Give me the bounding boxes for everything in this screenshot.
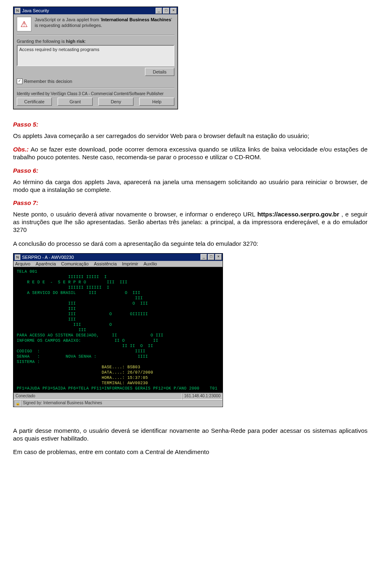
terminal-window: N SERPRO - A - AWV00230 _ □ × Arquivo Ap… [13, 253, 223, 407]
titlebar[interactable]: N Java Security _ □ × [13, 7, 178, 14]
certificate-button[interactable]: Certificate [17, 98, 52, 106]
final2-text: Em caso de problemas, entre em contato c… [13, 448, 368, 456]
terminal-title: SERPRO - A - AWV00230 [22, 255, 200, 260]
screen-footer: PF1=AJUDA PF3=SAIDA PF6=TELA PF11=INFORM… [17, 386, 217, 391]
obs-label: Obs.: [13, 146, 29, 153]
signed-by: Signed by: International Business Machin… [21, 400, 223, 407]
terminal-maximize-button[interactable]: □ [208, 254, 214, 260]
final1-text: A partir desse momento, o usuário deverá… [13, 427, 368, 442]
grant-prefix: Granting the following is [17, 39, 66, 44]
terminal-signedbar: 🔒 Signed by: International Business Mach… [13, 400, 223, 407]
grant-suffix: : [85, 39, 86, 44]
screen-yellow: BASE....: BSB03 DATA....: 26/07/2000 HOR… [17, 365, 153, 385]
passo5-text: Os applets Java começarão a ser carregad… [13, 132, 368, 140]
terminal-screen[interactable]: TELA 001 IIIIII IIIII I R E D E - S E R … [13, 267, 223, 393]
grant-bold: high risk [66, 39, 85, 44]
maximize-button[interactable]: □ [163, 8, 169, 14]
passo7-url: https://acesso.serpro.gov.br [257, 211, 339, 218]
access-list: Access required by netcasting programs [17, 45, 174, 66]
status-left: Conectado [13, 393, 182, 400]
menu-assistencia[interactable]: Assistência [94, 261, 117, 266]
warning-icon: ⚠ [17, 17, 31, 31]
grant-button[interactable]: Grant [58, 98, 93, 106]
window-title: Java Security [22, 8, 156, 13]
conclusao-text: A conclusão do processo se dará com a ap… [13, 240, 368, 247]
obs-paragraph: Obs.: Ao se fazer este download, pode oc… [13, 145, 368, 161]
close-button[interactable]: × [170, 8, 177, 14]
menu-aparencia[interactable]: Aparência [36, 261, 56, 266]
menu-comunicacao[interactable]: Comunicação [61, 261, 89, 266]
terminal-app-icon: N [15, 254, 20, 260]
passo7-a: Neste ponto, o usuário deverá ativar nov… [13, 211, 257, 218]
msg-bold: International Business Machines [101, 17, 171, 22]
identity-verified: Identity verified by VeriSign Class 3 CA… [17, 91, 174, 96]
terminal-close-button[interactable]: × [215, 254, 222, 260]
grant-risk-line: Granting the following is high risk: [17, 39, 174, 44]
terminal-statusbar: Conectado 161.148.40.1:23000 [13, 393, 223, 400]
minimize-button[interactable]: _ [156, 8, 162, 14]
java-security-dialog: N Java Security _ □ × ⚠ JavaScript or a … [13, 7, 178, 109]
passo5-heading: Passo 5: [13, 121, 368, 128]
menu-imprimir[interactable]: Imprimir [122, 261, 138, 266]
remember-label: Remember this decision [24, 79, 72, 84]
lock-icon: 🔒 [14, 400, 21, 407]
remember-checkbox[interactable]: ✓ [17, 78, 22, 84]
status-right: 161.148.40.1:23000 [182, 393, 223, 400]
passo6-text: Ao término da carga dos applets Java, ap… [13, 178, 368, 194]
terminal-menubar: Arquivo Aparência Comunicação Assistênci… [13, 261, 223, 267]
terminal-titlebar[interactable]: N SERPRO - A - AWV00230 _ □ × [13, 254, 223, 261]
passo6-heading: Passo 6: [13, 167, 368, 174]
menu-arquivo[interactable]: Arquivo [15, 261, 30, 266]
msg-prefix: JavaScript or a Java applet from ' [35, 17, 101, 22]
app-icon: N [15, 8, 20, 13]
passo7-text: Neste ponto, o usuário deverá ativar nov… [13, 210, 368, 234]
dialog-message: JavaScript or a Java applet from 'Intern… [35, 17, 174, 31]
details-button[interactable]: Details [145, 68, 174, 76]
obs-text: Ao se fazer este download, pode ocorrer … [13, 146, 368, 160]
screen-green: TELA 001 IIIIII IIIII I R E D E - S E R … [17, 269, 163, 364]
terminal-minimize-button[interactable]: _ [200, 254, 207, 260]
passo7-heading: Passo 7: [13, 199, 368, 206]
menu-auxilio[interactable]: Auxílio [143, 261, 157, 266]
deny-button[interactable]: Deny [98, 98, 134, 106]
help-button[interactable]: Help [139, 98, 174, 106]
